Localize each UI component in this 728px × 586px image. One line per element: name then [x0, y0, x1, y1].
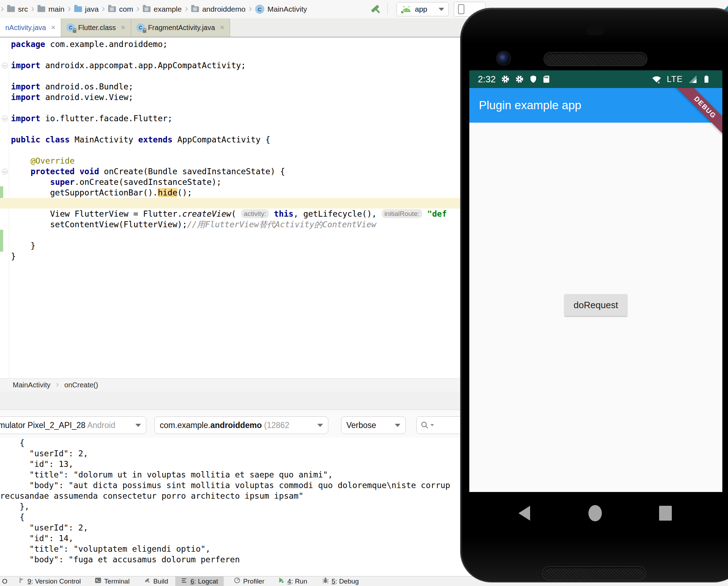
code-token: super: [50, 177, 75, 187]
breadcrumb-label: MainActivity: [268, 5, 307, 13]
process-dropdown-label: com.example.androiddemo (12862: [160, 421, 289, 430]
class-icon: C: [255, 5, 264, 14]
battery-icon: [703, 74, 710, 84]
breadcrumb-item-androiddemo[interactable]: androiddemo: [191, 5, 246, 13]
do-request-button[interactable]: doRequest: [564, 294, 627, 316]
build-hammer-button[interactable]: [370, 3, 382, 15]
front-camera: [496, 51, 511, 66]
debug-icon: [322, 577, 329, 586]
param-hint: initialRoute:: [382, 209, 422, 218]
breadcrumb: ›src›main›java›com›example›androiddemo›C…: [0, 0, 307, 18]
hammer-icon: [370, 3, 382, 15]
toolwindow-terminal[interactable]: Terminal: [93, 576, 131, 586]
class-icon: C: [66, 23, 75, 32]
breadcrumb-label: src: [18, 5, 28, 13]
mnemonic: 5: [331, 578, 335, 585]
code-token: AppCompatActivity {: [172, 135, 270, 144]
code-token: public: [11, 135, 40, 144]
code-token: hide: [158, 188, 177, 197]
folder-pkg: [191, 6, 199, 12]
mnemonic: 9: [28, 578, 31, 585]
code-token: androidx.appcompat.app.AppCompatActivity…: [40, 61, 246, 70]
toolwindow-build[interactable]: Build: [142, 576, 170, 586]
tab-label: nActivity.java: [5, 24, 46, 32]
toolwindow-logcat[interactable]: 6: Logcat: [175, 576, 224, 586]
nav-home-button[interactable]: [588, 505, 602, 521]
code-token: }: [11, 252, 16, 261]
android-emulator-phone: 2:32 x LTE Plugin example app doRequest …: [460, 8, 728, 582]
lock-icon: [73, 30, 76, 33]
breadcrumb-class[interactable]: MainActivity: [13, 381, 51, 389]
process-dropdown[interactable]: com.example.androiddemo (12862: [154, 416, 328, 434]
breadcrumb-item-src[interactable]: src: [7, 5, 28, 13]
log-level-label: Verbose: [346, 421, 376, 430]
device-dropdown[interactable]: mulator Pixel_2_API_28 Android: [0, 416, 146, 434]
chevron-right-icon: ›: [102, 3, 105, 14]
gear-icon: [501, 75, 510, 84]
code-token: [11, 177, 50, 187]
vcs-icon: [18, 577, 25, 586]
toolwindow-profiler[interactable]: Profiler: [232, 576, 266, 586]
code-token: [75, 167, 80, 176]
chevron-right-icon: ›: [1, 3, 4, 14]
code-token: @Override: [30, 156, 75, 165]
mnemonic: 6: [190, 578, 194, 585]
code-token: this: [274, 209, 293, 218]
toolwindow-debug[interactable]: 5: Debug: [321, 576, 360, 586]
breadcrumb-item-java[interactable]: java: [74, 5, 99, 13]
code-token: getSupportActionBar().: [11, 188, 158, 197]
gear-icon: [515, 75, 524, 84]
breadcrumb-label: main: [48, 5, 65, 13]
earpiece-speaker: [544, 52, 647, 66]
toolwindow-versioncontrol[interactable]: 9: Version Control: [17, 576, 82, 586]
code-token: protected: [30, 167, 75, 176]
bottom-speaker: [542, 566, 646, 580]
profiler-icon: [234, 577, 241, 586]
class-icon: C: [136, 23, 145, 32]
phone-status-bar: 2:32 x LTE: [469, 70, 722, 88]
toolwindow-label: Build: [153, 578, 168, 585]
chevron-right-icon: ›: [136, 3, 140, 14]
breadcrumb-item-example[interactable]: example: [143, 5, 182, 13]
network-type-label: LTE: [667, 74, 683, 84]
shield-icon: [529, 75, 538, 84]
breadcrumb-item-MainActivity[interactable]: CMainActivity: [255, 5, 307, 14]
code-token: import: [11, 82, 40, 91]
code-token: , getLifecycle(),: [293, 209, 381, 218]
breadcrumb-method[interactable]: onCreate(): [64, 381, 98, 389]
code-token: //用FlutterView替代Activity的ContentView: [187, 220, 376, 229]
chevron-right-icon: ›: [31, 3, 34, 14]
code-token: import: [11, 61, 40, 70]
code-token: .onCreate(savedInstanceState);: [75, 177, 221, 187]
toolwindow-run[interactable]: 4: Run: [276, 576, 309, 586]
breadcrumb-item-main[interactable]: main: [37, 5, 65, 13]
nav-recents-button[interactable]: [659, 506, 672, 521]
run-icon: [278, 577, 285, 586]
code-token: [11, 156, 30, 165]
nav-back-button[interactable]: [518, 506, 530, 521]
toolbar-separator: [387, 3, 388, 15]
code-token: View FlutterView = Flutter.: [11, 209, 182, 218]
search-icon: [420, 421, 429, 430]
code-token: ();: [177, 188, 192, 197]
run-configuration-dropdown[interactable]: app: [397, 2, 449, 16]
search-options-arrow[interactable]: [430, 424, 434, 426]
close-icon[interactable]: ×: [121, 23, 125, 32]
tab-FragmentActivity.java[interactable]: CFragmentActivity.java×: [131, 18, 230, 37]
tab-label: FragmentActivity.java: [148, 24, 215, 32]
code-token: [269, 209, 274, 218]
tab-Flutter.class[interactable]: CFlutter.class×: [61, 18, 131, 37]
tab-nActivity.java[interactable]: nActivity.java×: [0, 18, 61, 37]
code-token: onCreate(Bundle savedInstanceState) {: [99, 167, 285, 176]
code-token: [422, 209, 427, 218]
mnemonic: 4: [287, 578, 291, 585]
android-module-icon: [401, 5, 412, 13]
breadcrumb-label: example: [154, 5, 182, 13]
phone-screen[interactable]: 2:32 x LTE Plugin example app doRequest …: [469, 70, 722, 492]
status-left-label: O: [2, 578, 7, 585]
log-level-dropdown[interactable]: Verbose: [341, 416, 406, 434]
breadcrumb-item-com[interactable]: com: [108, 5, 133, 13]
close-icon[interactable]: ×: [220, 23, 224, 32]
param-hint: activity:: [241, 209, 269, 218]
close-icon[interactable]: ×: [51, 23, 55, 32]
